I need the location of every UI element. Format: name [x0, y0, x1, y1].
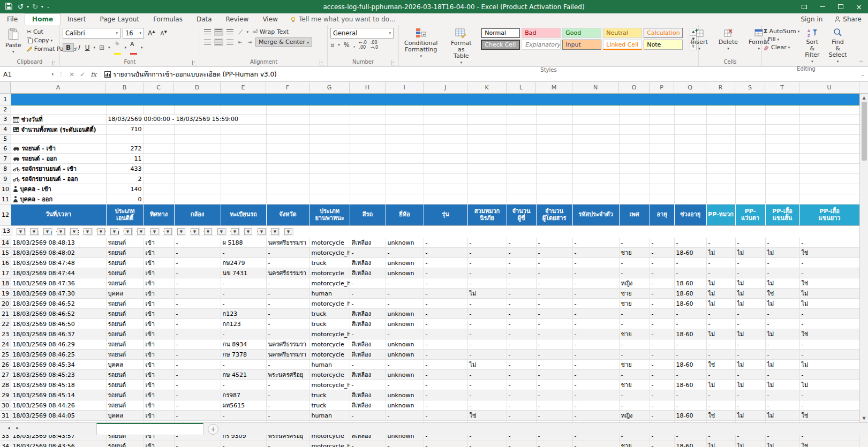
align-center-icon[interactable]	[215, 40, 222, 45]
cell[interactable]	[350, 134, 386, 143]
undo-dropdown-icon[interactable]: ▾	[27, 4, 29, 9]
cell[interactable]: รถยนต์	[106, 278, 144, 289]
cell[interactable]	[144, 194, 174, 204]
cell[interactable]: 18-60	[674, 289, 706, 299]
cell[interactable]: -▼	[162, 228, 173, 237]
column-letter-T[interactable]: T	[765, 82, 799, 93]
cell[interactable]	[765, 184, 799, 194]
cell[interactable]	[144, 143, 174, 154]
column-header[interactable]: ประเภท ยานพาหนะ	[310, 204, 350, 226]
column-header[interactable]: จำนวน ผู้ขี่	[507, 204, 536, 226]
cell[interactable]: รถยนต์	[106, 370, 144, 380]
number-dialog-launcher-icon[interactable]	[391, 60, 396, 65]
cell[interactable]: ก123	[221, 309, 266, 319]
cell[interactable]	[735, 174, 765, 184]
column-header[interactable]: วันที่/เวลา	[11, 204, 106, 226]
row-header[interactable]: 4	[0, 124, 11, 134]
column-letter-H[interactable]: H	[350, 82, 386, 93]
cell[interactable]: หญิง	[619, 278, 650, 289]
cell[interactable]: ไม่	[735, 299, 765, 309]
cell[interactable]	[674, 154, 706, 164]
cell[interactable]	[266, 105, 310, 115]
tab-formulas[interactable]: Formulas	[146, 14, 190, 25]
cell[interactable]: -	[650, 370, 674, 380]
cell[interactable]	[144, 174, 174, 184]
orientation-button[interactable]: ⟋	[237, 28, 244, 36]
cell[interactable]: -	[799, 370, 859, 380]
cell[interactable]: -	[350, 329, 386, 339]
cell[interactable]: -	[507, 238, 536, 248]
cell[interactable]	[706, 164, 735, 174]
cell[interactable]: -	[619, 319, 650, 329]
cell[interactable]: ใช่	[799, 329, 859, 339]
cell[interactable]	[735, 105, 765, 115]
cell[interactable]	[536, 164, 572, 174]
cell[interactable]	[650, 164, 674, 174]
column-header[interactable]: PP- แว่นตา	[735, 204, 765, 226]
cell[interactable]	[507, 154, 536, 164]
cell[interactable]: สีเหลือง	[350, 268, 386, 278]
cell[interactable]: 18-60	[674, 360, 706, 370]
cell[interactable]: -	[706, 400, 735, 411]
cell[interactable]: -	[536, 339, 572, 350]
cell[interactable]: 18/03/2569 08:47:44	[11, 268, 106, 278]
cell[interactable]: -	[507, 339, 536, 350]
cell[interactable]: -	[536, 299, 572, 309]
cell[interactable]: ไม่	[706, 329, 735, 339]
cell[interactable]: -	[221, 289, 266, 299]
cell[interactable]: -	[572, 299, 619, 309]
cell[interactable]: -	[650, 258, 674, 268]
cell[interactable]: -	[174, 258, 221, 268]
cell[interactable]: -	[467, 339, 507, 350]
row-header[interactable]: 5	[0, 134, 11, 143]
cell[interactable]: -▼	[188, 228, 200, 237]
column-letter-P[interactable]: P	[650, 82, 674, 93]
cell[interactable]: -	[350, 289, 386, 299]
cell[interactable]: ใช่	[706, 411, 735, 421]
tab-review[interactable]: Review	[219, 14, 256, 25]
cell[interactable]: unknown	[386, 400, 424, 411]
cell[interactable]	[424, 154, 467, 164]
cell[interactable]	[174, 174, 221, 184]
cell[interactable]: -	[619, 400, 650, 411]
column-letter-C[interactable]: C	[144, 82, 174, 93]
cell[interactable]: -	[735, 319, 765, 329]
cell[interactable]: กน 8934	[221, 339, 266, 350]
cell[interactable]: กษ 4521	[221, 370, 266, 380]
cell[interactable]	[350, 184, 386, 194]
cell[interactable]	[424, 143, 467, 154]
filter-dropdown-icon[interactable]: ▼	[244, 228, 252, 235]
cell[interactable]	[799, 194, 859, 204]
cell[interactable]: -	[572, 289, 619, 299]
cell[interactable]: ไม่	[799, 289, 859, 299]
cell[interactable]: -	[765, 238, 799, 248]
cell[interactable]	[221, 184, 266, 194]
column-letter-U[interactable]: U	[799, 82, 859, 93]
undo-icon[interactable]: ↺	[16, 3, 26, 11]
cell[interactable]: -▼	[215, 228, 227, 237]
cell[interactable]	[536, 124, 572, 134]
cell[interactable]: motorcycle_hum	[310, 329, 350, 339]
cell[interactable]: -	[467, 278, 507, 289]
cell[interactable]	[350, 154, 386, 164]
cell[interactable]: motorcycle_hum	[310, 441, 350, 447]
column-header[interactable]: สีรถ	[350, 204, 386, 226]
cell[interactable]: -	[536, 441, 572, 447]
wrap-text-button[interactable]: ⏎ Wrap Text	[251, 28, 291, 36]
cell[interactable]	[674, 174, 706, 184]
style-linked-cell[interactable]: Linked Cell	[603, 40, 642, 50]
cell[interactable]	[424, 124, 467, 134]
cell[interactable]: unknown	[386, 238, 424, 248]
cell[interactable]	[221, 134, 266, 143]
cell[interactable]: -	[799, 390, 859, 400]
cell[interactable]: -	[572, 278, 619, 289]
cell[interactable]: -	[507, 248, 536, 258]
decrease-decimal-icon[interactable]: .00→.0	[371, 40, 378, 50]
column-header[interactable]: PP-หมวก	[706, 204, 735, 226]
restore-button[interactable]	[832, 0, 850, 13]
bottom-align-icon[interactable]	[227, 29, 233, 35]
tab-data[interactable]: Data	[190, 14, 219, 25]
cell[interactable]	[310, 174, 350, 184]
cell[interactable]: unknown	[386, 390, 424, 400]
middle-align-icon[interactable]	[215, 29, 222, 35]
